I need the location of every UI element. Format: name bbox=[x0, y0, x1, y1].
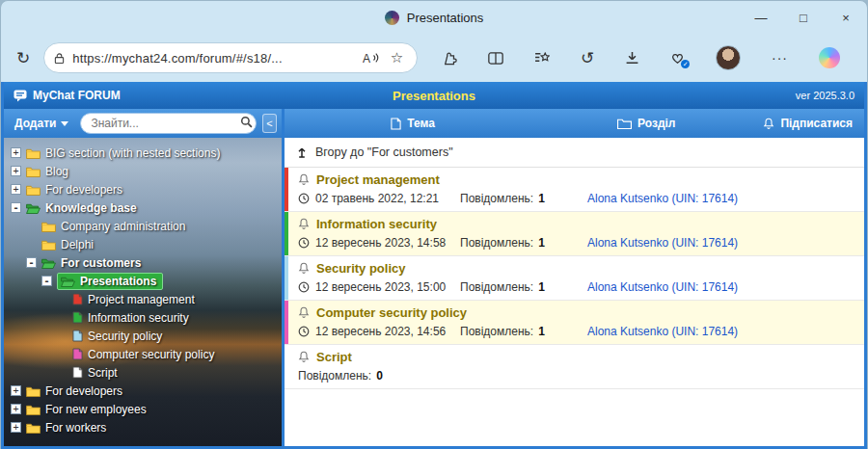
column-topic-label: Тема bbox=[407, 117, 435, 130]
collapse-toggle[interactable]: - bbox=[26, 257, 37, 268]
clock-icon bbox=[298, 326, 310, 337]
tree-item-blog[interactable]: + Blog bbox=[8, 162, 278, 180]
topic-row[interactable]: Script Повідомлень:0 bbox=[285, 345, 864, 389]
folder-open-icon bbox=[26, 202, 41, 214]
collapse-toggle[interactable]: - bbox=[11, 202, 21, 213]
tree-item-for-developers-2[interactable]: + For developers bbox=[8, 382, 278, 400]
expand-toggle[interactable]: + bbox=[11, 404, 21, 414]
tree-label: Blog bbox=[45, 165, 68, 178]
favorites-icon[interactable] bbox=[532, 49, 552, 66]
column-section-label: Розділ bbox=[637, 117, 675, 130]
expand-toggle[interactable]: + bbox=[11, 385, 21, 396]
selected-tree-node[interactable]: Presentations bbox=[57, 273, 163, 290]
topic-title: Project management bbox=[316, 172, 440, 188]
settings-menu-icon[interactable]: ··· bbox=[770, 48, 790, 67]
topic-messages: Повідомлень:1 bbox=[460, 279, 587, 295]
search-input[interactable] bbox=[80, 113, 257, 134]
tree-item-company-administration[interactable]: Company administration bbox=[8, 217, 278, 235]
tree-item-for-customers[interactable]: - For customers bbox=[8, 253, 278, 272]
topic-author-link[interactable]: Alona Kutsenko (UIN: 17614) bbox=[587, 324, 738, 339]
history-icon[interactable]: ↺ bbox=[579, 46, 596, 70]
split-screen-icon[interactable] bbox=[486, 50, 505, 66]
expand-toggle[interactable]: + bbox=[11, 184, 21, 195]
read-aloud-icon[interactable] bbox=[363, 51, 379, 65]
document-icon bbox=[72, 348, 83, 360]
page-favicon-icon bbox=[385, 11, 399, 25]
topic-date: 12 вересень 2023, 14:56 bbox=[298, 324, 460, 339]
minimize-button[interactable]: — bbox=[740, 1, 782, 34]
tree-item-for-developers[interactable]: + For developers bbox=[8, 180, 278, 198]
tree-item-project-management[interactable]: Project management bbox=[8, 290, 278, 308]
downloads-icon[interactable] bbox=[623, 49, 641, 66]
folder-icon bbox=[41, 239, 56, 251]
add-button[interactable]: Додати bbox=[9, 116, 74, 131]
collapse-toggle[interactable]: - bbox=[41, 276, 52, 286]
tree-item-computer-security-policy[interactable]: Computer security policy bbox=[8, 345, 278, 363]
up-arrow-icon bbox=[296, 146, 308, 158]
expand-toggle[interactable]: + bbox=[11, 147, 21, 158]
bell-icon bbox=[298, 262, 310, 275]
tree-item-security-policy[interactable]: Security policy bbox=[8, 327, 278, 345]
up-to-parent-link[interactable]: Вгору до "For customers" bbox=[285, 138, 864, 168]
folder-icon bbox=[26, 184, 41, 196]
tree-item-for-new-employees[interactable]: + For new employees bbox=[8, 400, 278, 418]
topic-date: 02 травень 2022, 12:21 bbox=[298, 191, 460, 206]
url-text[interactable]: https://mychat24.com/forum/#/s18/... bbox=[72, 51, 355, 66]
add-favorite-star-icon[interactable]: ☆ bbox=[387, 47, 407, 68]
address-bar[interactable]: https://mychat24.com/forum/#/s18/... ☆ bbox=[43, 42, 418, 73]
column-section: Розділ bbox=[529, 117, 763, 130]
topic-title: Information security bbox=[316, 216, 437, 232]
expand-toggle[interactable]: + bbox=[11, 422, 21, 433]
tree-label: Presentations bbox=[80, 275, 156, 288]
tree-item-script[interactable]: Script bbox=[8, 363, 278, 382]
topic-title: Security policy bbox=[316, 260, 405, 277]
brand-link[interactable]: MyChat FORUM bbox=[14, 89, 121, 102]
document-icon bbox=[72, 293, 83, 305]
topic-row[interactable]: Information security 12 вересень 2023, 1… bbox=[285, 212, 864, 256]
tree-item-presentations-selected[interactable]: - Presentations bbox=[8, 272, 278, 290]
up-to-parent-label: Вгору до "For customers" bbox=[315, 145, 453, 159]
folder-open-icon bbox=[61, 276, 75, 287]
topic-list-panel: Тема Розділ Підписатися Вгору до "For cu… bbox=[282, 109, 864, 446]
document-icon bbox=[72, 311, 83, 324]
tree-label: For customers bbox=[61, 256, 141, 270]
topic-row[interactable]: Computer security policy 12 вересень 202… bbox=[285, 301, 864, 345]
version-label: ver 2025.3.0 bbox=[796, 90, 854, 101]
collapse-sidebar-button[interactable]: < bbox=[262, 114, 277, 133]
maximize-button[interactable]: □ bbox=[782, 1, 825, 34]
sidebar: Додати < + BIG section (with nested sect… bbox=[4, 109, 282, 446]
folder-outline-icon bbox=[617, 118, 632, 129]
tree-item-delphi[interactable]: Delphi bbox=[8, 235, 278, 253]
extensions-icon[interactable] bbox=[441, 49, 459, 67]
tree-label: For workers bbox=[45, 421, 106, 435]
profile-avatar[interactable] bbox=[714, 43, 743, 72]
tree-item-information-security[interactable]: Information security bbox=[8, 308, 278, 327]
folder-icon bbox=[26, 166, 41, 177]
tree-item-for-workers[interactable]: + For workers bbox=[8, 418, 278, 436]
folder-open-icon bbox=[41, 257, 56, 269]
topic-row[interactable]: Project management 02 травень 2022, 12:2… bbox=[285, 168, 864, 212]
search-icon[interactable] bbox=[240, 116, 253, 131]
bell-icon bbox=[763, 118, 774, 130]
tree-item-knowledge-base[interactable]: - Knowledge base bbox=[8, 198, 278, 217]
copilot-icon[interactable] bbox=[817, 45, 842, 70]
topic-author-link[interactable]: Alona Kutsenko (UIN: 17614) bbox=[587, 235, 738, 251]
clock-icon bbox=[298, 237, 310, 249]
topic-accent-bar bbox=[285, 212, 288, 255]
topic-author-link[interactable]: Alona Kutsenko (UIN: 17614) bbox=[587, 191, 738, 206]
topic-date: 12 вересень 2023, 15:00 bbox=[298, 279, 460, 295]
topic-messages: Повідомлень:1 bbox=[460, 191, 587, 206]
topic-author-link[interactable]: Alona Kutsenko (UIN: 17614) bbox=[587, 279, 738, 295]
topic-row[interactable]: Security policy 12 вересень 2023, 15:00 … bbox=[285, 256, 864, 301]
sidebar-toolbar: Додати < bbox=[4, 109, 282, 138]
subscribe-button[interactable]: Підписатися bbox=[763, 117, 853, 130]
lock-icon[interactable] bbox=[54, 52, 65, 65]
refresh-button[interactable]: ↻ bbox=[13, 46, 34, 70]
expand-toggle[interactable]: + bbox=[11, 166, 21, 176]
tree-item-big-section[interactable]: + BIG section (with nested sections) bbox=[8, 144, 278, 162]
close-button[interactable]: × bbox=[825, 1, 867, 34]
browser-essentials-icon[interactable]: ✓ bbox=[668, 49, 687, 66]
caret-down-icon bbox=[61, 121, 68, 126]
topic-title: Computer security policy bbox=[316, 304, 467, 321]
bell-icon bbox=[298, 351, 310, 363]
